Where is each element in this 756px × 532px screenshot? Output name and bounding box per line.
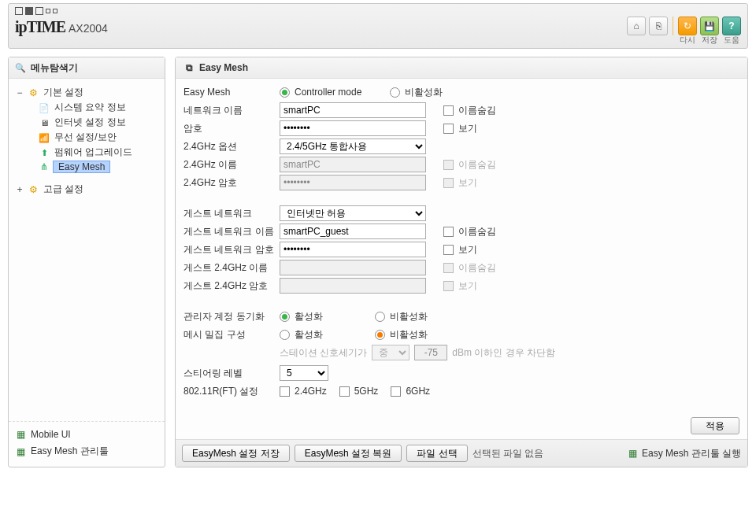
ft-24ghz-checkbox[interactable]	[280, 386, 290, 397]
grid-icon	[15, 429, 26, 440]
password-show-checkbox[interactable]	[443, 124, 454, 134]
pw-24ghz-label: 2.4GHz 암호	[183, 176, 280, 190]
guest-24ghz-pw-label: 게스트 2.4GHz 암호	[183, 279, 280, 293]
guest-name-hide-label[interactable]: 이름숨김	[458, 225, 496, 238]
reload-icon	[684, 20, 691, 31]
admin-sync-enable-radio[interactable]	[280, 312, 290, 322]
reload-caption: 다시	[680, 36, 695, 44]
easymesh-save-settings-button[interactable]: EasyMesh 설정 저장	[182, 445, 290, 462]
gear-icon	[28, 87, 39, 98]
save-icon	[704, 20, 715, 31]
doc-icon	[39, 102, 50, 113]
pw-24ghz-input	[280, 175, 426, 190]
run-manager-label: Easy Mesh 관리툴 실행	[642, 447, 741, 460]
ft-5ghz-checkbox[interactable]	[339, 386, 350, 397]
easymesh-disabled-radio[interactable]	[390, 87, 400, 98]
tree-advanced-settings[interactable]: + 고급 설정	[12, 182, 161, 197]
admin-sync-label: 관리자 계정 동기화	[183, 310, 280, 323]
copy-icon	[183, 62, 195, 73]
file-status-text: 선택된 파일 없음	[472, 447, 544, 460]
station-pre-text: 스테이션 신호세기가	[280, 346, 367, 360]
steering-level-select[interactable]: 5	[280, 365, 328, 381]
guest-pw-input[interactable]	[280, 242, 426, 257]
gear-icon	[28, 184, 39, 195]
tree-item-wireless-settings[interactable]: 무선 설정/보안	[12, 130, 161, 145]
save-button[interactable]	[700, 17, 719, 35]
help-caption: 도움	[724, 36, 739, 44]
pw-24ghz-show-label: 보기	[458, 176, 477, 190]
tree-item-easy-mesh[interactable]: Easy Mesh	[12, 160, 161, 174]
admin-sync-disable-radio[interactable]	[375, 312, 385, 322]
guest-network-label: 게스트 네트워크	[183, 207, 280, 220]
controller-mode-label[interactable]: Controller mode	[295, 87, 361, 98]
help-button[interactable]	[722, 17, 741, 35]
guest-24ghz-pw-input	[280, 278, 426, 294]
mesh-dense-disable-radio[interactable]	[375, 330, 385, 340]
easy-mesh-manager-link[interactable]: Easy Mesh 관리툴	[13, 442, 160, 460]
file-select-button[interactable]: 파일 선택	[406, 445, 467, 462]
mobile-ui-label: Mobile UI	[31, 429, 71, 440]
mesh-dense-enable-radio[interactable]	[280, 330, 290, 340]
password-show-label[interactable]: 보기	[458, 122, 477, 135]
logout-icon	[656, 20, 662, 31]
network-name-hide-label[interactable]: 이름숨김	[458, 104, 496, 117]
sidebar-title: 메뉴탐색기	[9, 57, 165, 79]
tree-label: Easy Mesh	[53, 161, 110, 173]
network-name-input[interactable]	[280, 102, 426, 118]
expand-icon[interactable]: +	[15, 184, 24, 195]
panel-title: Easy Mesh	[199, 62, 248, 73]
sidebar-footer: Mobile UI Easy Mesh 관리툴	[9, 421, 165, 467]
option-24ghz-select[interactable]: 2.4/5GHz 통합사용	[280, 139, 426, 154]
panel-body: Easy Mesh Controller mode 비활성화 네트워크 이름 이…	[176, 79, 747, 414]
ft-6ghz-checkbox[interactable]	[391, 386, 401, 397]
guest-pw-show-checkbox[interactable]	[443, 245, 454, 255]
guest-24ghz-show-label: 보기	[458, 279, 477, 293]
guest-name-hide-checkbox[interactable]	[443, 227, 454, 237]
reload-button[interactable]	[678, 17, 697, 35]
guest-name-input[interactable]	[280, 224, 426, 239]
admin-sync-enable-label[interactable]: 활성화	[295, 310, 323, 323]
run-manager-link[interactable]: Easy Mesh 관리툴 실행	[628, 447, 741, 460]
easy-mesh-manager-label: Easy Mesh 관리툴	[31, 445, 109, 458]
toolbar-separator	[673, 17, 673, 35]
network-name-hide-checkbox[interactable]	[443, 105, 454, 116]
name-24ghz-hide-label: 이름숨김	[458, 158, 496, 172]
steering-label: 스티어링 레벨	[183, 367, 280, 380]
tree-item-system-summary[interactable]: 시스템 요약 정보	[12, 100, 161, 115]
tree-label: 고급 설정	[42, 183, 85, 196]
home-button[interactable]	[627, 17, 646, 35]
collapse-icon[interactable]: −	[15, 87, 24, 98]
guest-pw-show-label[interactable]: 보기	[458, 243, 477, 257]
ft-24ghz-label[interactable]: 2.4GHz	[295, 386, 327, 397]
station-post-text: dBm 이하인 경우 차단함	[452, 346, 555, 360]
tree-item-firmware-upgrade[interactable]: 펌웨어 업그레이드	[12, 145, 161, 160]
station-dbm-input	[414, 345, 447, 360]
mesh-dense-disable-label[interactable]: 비활성화	[390, 328, 428, 342]
admin-sync-disable-label[interactable]: 비활성화	[390, 310, 428, 323]
ft-6ghz-label[interactable]: 6GHz	[406, 386, 430, 397]
easymesh-disabled-label[interactable]: 비활성화	[405, 86, 443, 99]
guest-network-select[interactable]: 인터넷만 허용	[280, 205, 426, 221]
apply-button[interactable]: 적용	[691, 417, 739, 434]
mesh-dense-enable-label[interactable]: 활성화	[295, 328, 323, 342]
ft-5ghz-label[interactable]: 5GHz	[354, 386, 379, 397]
name-24ghz-label: 2.4GHz 이름	[183, 158, 280, 172]
tree-label: 무선 설정/보안	[53, 131, 118, 144]
window-decoration	[15, 7, 741, 15]
easymesh-restore-settings-button[interactable]: EasyMesh 설정 복원	[295, 445, 402, 462]
tree-label: 기본 설정	[42, 86, 85, 99]
help-icon	[728, 20, 734, 31]
grid-icon	[15, 446, 26, 457]
tree-item-internet-settings[interactable]: 인터넷 설정 정보	[12, 115, 161, 130]
panel-title-bar: Easy Mesh	[176, 57, 747, 79]
password-input[interactable]	[280, 120, 426, 136]
mesh-dense-label: 메시 밀집 구성	[183, 328, 280, 342]
tree-label: 펌웨어 업그레이드	[53, 146, 134, 159]
easymesh-label: Easy Mesh	[183, 87, 280, 98]
tree-basic-settings[interactable]: − 기본 설정	[12, 85, 161, 100]
option-24ghz-label: 2.4GHz 옵션	[183, 140, 280, 153]
logout-button[interactable]	[649, 17, 668, 35]
controller-mode-radio[interactable]	[280, 87, 290, 98]
mobile-ui-link[interactable]: Mobile UI	[13, 427, 160, 442]
tree-label: 인터넷 설정 정보	[53, 116, 128, 129]
